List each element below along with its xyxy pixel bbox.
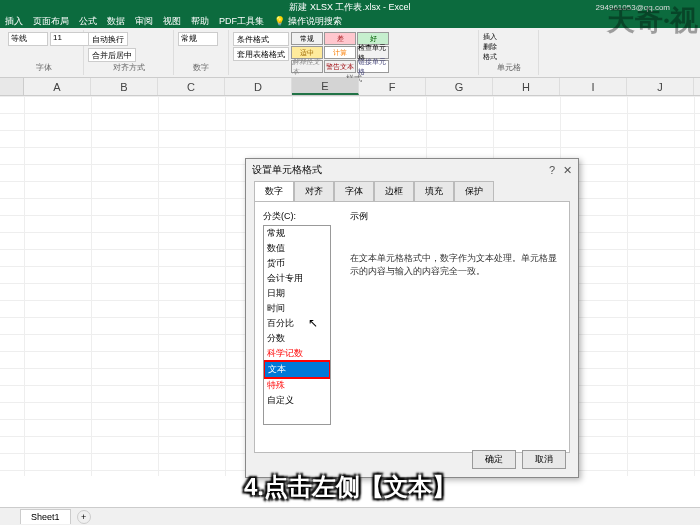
- col-G[interactable]: G: [426, 78, 493, 95]
- tell-me[interactable]: 💡 操作说明搜索: [274, 15, 342, 28]
- menu-insert[interactable]: 插入: [5, 15, 23, 28]
- insert-button[interactable]: 插入: [483, 32, 497, 42]
- style-calc[interactable]: 计算: [324, 46, 356, 59]
- dialog-close-icon[interactable]: ✕: [563, 164, 572, 177]
- cat-special[interactable]: 特殊: [264, 378, 330, 393]
- cat-date[interactable]: 日期: [264, 286, 330, 301]
- menu-review[interactable]: 审阅: [135, 15, 153, 28]
- tab-fill[interactable]: 填充: [414, 181, 454, 201]
- dialog-help-icon[interactable]: ?: [549, 164, 555, 177]
- col-E[interactable]: E: [292, 78, 359, 95]
- cat-custom[interactable]: 自定义: [264, 393, 330, 408]
- style-bad[interactable]: 差: [324, 32, 356, 45]
- menu-data[interactable]: 数据: [107, 15, 125, 28]
- cat-time[interactable]: 时间: [264, 301, 330, 316]
- number-format-select[interactable]: 常规: [178, 32, 218, 46]
- delete-button[interactable]: 删除: [483, 42, 497, 52]
- col-F[interactable]: F: [359, 78, 426, 95]
- category-list[interactable]: 常规 数值 货币 会计专用 日期 时间 百分比 分数 科学记数 文本 特殊 自定…: [263, 225, 331, 425]
- menu-formulas[interactable]: 公式: [79, 15, 97, 28]
- wrap-text-button[interactable]: 自动换行: [88, 32, 128, 46]
- sheet-tab-1[interactable]: Sheet1: [20, 509, 71, 524]
- cat-scientific[interactable]: 科学记数: [264, 346, 330, 361]
- cat-general[interactable]: 常规: [264, 226, 330, 241]
- cat-percent[interactable]: 百分比: [264, 316, 330, 331]
- menu-bar: 插入 页面布局 公式 数据 审阅 视图 帮助 PDF工具集 💡 操作说明搜索: [0, 14, 700, 28]
- column-headers: A B C D E F G H I J: [0, 78, 700, 96]
- ok-button[interactable]: 确定: [472, 450, 516, 469]
- dialog-title: 设置单元格格式: [252, 163, 322, 177]
- col-I[interactable]: I: [560, 78, 627, 95]
- ribbon-group-align: 自动换行 合并后居中 对齐方式: [84, 30, 174, 75]
- menu-layout[interactable]: 页面布局: [33, 15, 69, 28]
- ribbon-group-cells: 插入 删除 格式 单元格: [479, 30, 539, 75]
- table-format-button[interactable]: 套用表格格式: [233, 47, 289, 61]
- font-select[interactable]: 等线: [8, 32, 48, 46]
- cond-format-button[interactable]: 条件格式: [233, 32, 289, 46]
- tab-protect[interactable]: 保护: [454, 181, 494, 201]
- title-bar: 新建 XLSX 工作表.xlsx - Excel 294961053@qq.co…: [0, 0, 700, 14]
- cancel-button[interactable]: 取消: [522, 450, 566, 469]
- select-all-corner[interactable]: [0, 78, 24, 95]
- tab-number[interactable]: 数字: [254, 181, 294, 201]
- cat-accounting[interactable]: 会计专用: [264, 271, 330, 286]
- style-explain[interactable]: 解释性文本: [291, 60, 323, 73]
- col-B[interactable]: B: [91, 78, 158, 95]
- add-sheet-button[interactable]: +: [77, 510, 91, 524]
- sample-label: 示例: [350, 210, 368, 223]
- watermark: 天奇·视: [607, 2, 698, 40]
- ribbon-group-number: 常规 数字: [174, 30, 229, 75]
- cat-number[interactable]: 数值: [264, 241, 330, 256]
- dialog-titlebar: 设置单元格格式 ? ✕: [246, 159, 578, 181]
- format-button[interactable]: 格式: [483, 52, 497, 62]
- merge-center-button[interactable]: 合并后居中: [88, 48, 136, 62]
- style-linked[interactable]: 链接单元格: [357, 60, 389, 73]
- menu-view[interactable]: 视图: [163, 15, 181, 28]
- tutorial-caption: 4.点击左侧【文本】: [0, 471, 700, 503]
- sheet-tabs: Sheet1 +: [0, 507, 700, 525]
- ribbon: 等线 11 字体 自动换行 合并后居中 对齐方式 常规 数字 条件格式 套用表格…: [0, 28, 700, 78]
- menu-help[interactable]: 帮助: [191, 15, 209, 28]
- ribbon-group-styles: 条件格式 套用表格格式 常规 差 好 适中 计算 检查单元格 解释性文本 警告文…: [229, 30, 479, 75]
- col-J[interactable]: J: [627, 78, 694, 95]
- col-D[interactable]: D: [225, 78, 292, 95]
- ribbon-group-font: 等线 11 字体: [4, 30, 84, 75]
- window-title: 新建 XLSX 工作表.xlsx - Excel: [289, 1, 410, 14]
- tab-align[interactable]: 对齐: [294, 181, 334, 201]
- style-normal[interactable]: 常规: [291, 32, 323, 45]
- style-warn[interactable]: 警告文本: [324, 60, 356, 73]
- col-H[interactable]: H: [493, 78, 560, 95]
- dialog-tabs: 数字 对齐 字体 边框 填充 保护: [246, 181, 578, 201]
- tab-border[interactable]: 边框: [374, 181, 414, 201]
- menu-pdf[interactable]: PDF工具集: [219, 15, 264, 28]
- cat-fraction[interactable]: 分数: [264, 331, 330, 346]
- format-description: 在文本单元格格式中，数字作为文本处理。单元格显示的内容与输入的内容完全一致。: [350, 252, 559, 277]
- cat-currency[interactable]: 货币: [264, 256, 330, 271]
- tab-font[interactable]: 字体: [334, 181, 374, 201]
- col-C[interactable]: C: [158, 78, 225, 95]
- category-label: 分类(C):: [263, 210, 561, 223]
- col-A[interactable]: A: [24, 78, 91, 95]
- dialog-body: 分类(C): 常规 数值 货币 会计专用 日期 时间 百分比 分数 科学记数 文…: [254, 201, 570, 453]
- format-cells-dialog: 设置单元格格式 ? ✕ 数字 对齐 字体 边框 填充 保护 分类(C): 常规 …: [245, 158, 579, 478]
- cat-text[interactable]: 文本: [263, 360, 331, 379]
